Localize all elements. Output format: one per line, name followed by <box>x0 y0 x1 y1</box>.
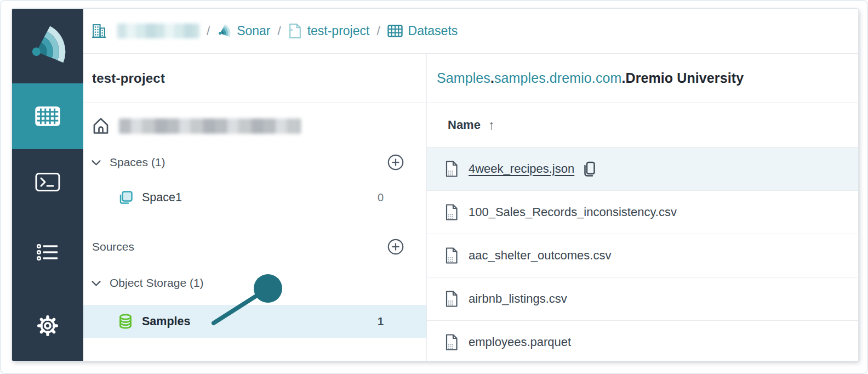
tree-section-sources[interactable]: Sources <box>83 231 426 262</box>
copy-icon <box>582 161 596 177</box>
screenshot-frame: / Sonar / test-project / <box>0 0 868 374</box>
path-part-folder: Dremio University <box>626 70 744 86</box>
space-icon <box>118 190 133 205</box>
dremio-app-window: / Sonar / test-project / <box>12 9 858 361</box>
sidebar-item-jobs[interactable] <box>12 233 83 272</box>
datasets-panel: Samples.samples.dremio.com.Dremio Univer… <box>427 54 858 361</box>
table-column-header-name[interactable]: Name ↑ <box>427 103 858 147</box>
resource-tree: Spaces (1) <box>83 103 426 338</box>
tree-item-home[interactable] <box>83 111 426 141</box>
tree-section-spaces[interactable]: Spaces (1) <box>83 147 426 178</box>
breadcrumb-datasets[interactable]: Datasets <box>387 24 458 38</box>
table-row[interactable]: airbnb_listings.csv <box>427 277 858 320</box>
sidebar-item-sql-runner[interactable] <box>12 162 83 202</box>
breadcrumb-separator: / <box>376 24 380 38</box>
datasets-grid-icon <box>387 25 403 37</box>
table-row[interactable]: 100_Sales_Records_inconsistency.csv <box>427 190 858 234</box>
file-icon <box>444 203 459 221</box>
breadcrumb-datasets-label: Datasets <box>408 24 458 38</box>
home-icon <box>92 116 110 136</box>
samples-label: Samples <box>142 315 190 328</box>
table-row[interactable]: aac_shelter_outcomes.csv <box>427 234 858 277</box>
project-title: test-project <box>92 71 165 86</box>
plus-circle-icon <box>387 238 404 256</box>
path-dot: . <box>490 70 494 86</box>
breadcrumb-project[interactable]: test-project <box>288 23 370 39</box>
organization-icon <box>92 23 106 39</box>
tree-section-object-storage[interactable]: Object Storage (1) <box>83 268 426 298</box>
tree-spacer <box>83 213 426 231</box>
home-path-redacted <box>119 118 301 134</box>
space1-count: 0 <box>378 191 384 204</box>
breadcrumb-separator: / <box>278 24 281 38</box>
breadcrumb-sonar[interactable]: Sonar <box>217 24 270 38</box>
name-column-label: Name <box>448 118 481 132</box>
path-dot: . <box>621 70 625 86</box>
project-tree-panel: test-project S <box>83 54 427 361</box>
database-icon <box>118 313 133 330</box>
object-storage-section-label: Object Storage (1) <box>110 276 204 290</box>
dataset-path-header: Samples.samples.dremio.com.Dremio Univer… <box>427 54 858 103</box>
sort-ascending-icon: ↑ <box>488 117 495 133</box>
copy-path-button[interactable] <box>582 161 596 177</box>
file-icon <box>444 290 459 308</box>
table-row[interactable]: employees.parquet <box>427 320 858 361</box>
add-space-button[interactable] <box>387 154 404 171</box>
datasets-grid-icon <box>35 106 60 126</box>
chevron-down-icon <box>92 280 101 286</box>
file-name[interactable]: 100_Sales_Records_inconsistency.csv <box>469 205 677 219</box>
space1-label: Space1 <box>142 191 182 205</box>
add-source-button[interactable] <box>387 238 404 256</box>
breadcrumb: / Sonar / test-project / <box>83 9 858 54</box>
file-name[interactable]: employees.parquet <box>469 335 571 349</box>
project-panel-header: test-project <box>83 54 426 103</box>
left-nav-rail <box>12 9 83 361</box>
tree-item-samples-selected[interactable]: Samples 1 <box>83 305 426 338</box>
spaces-section-label: Spaces (1) <box>110 156 165 169</box>
sidebar-item-datasets[interactable] <box>12 83 83 149</box>
path-part-samples[interactable]: Samples <box>437 70 490 86</box>
terminal-icon <box>35 172 60 192</box>
sonar-logo-icon <box>27 26 68 66</box>
chevron-down-icon <box>92 160 101 166</box>
sources-section-label: Sources <box>92 240 134 253</box>
breadcrumb-project-label: test-project <box>307 24 370 38</box>
file-name-link[interactable]: 4week_recipes.json <box>469 162 574 176</box>
dremio-logo[interactable] <box>12 9 83 83</box>
project-file-icon <box>288 23 302 39</box>
file-icon <box>444 333 459 351</box>
path-part-bucket[interactable]: samples.dremio.com <box>494 70 621 86</box>
file-icon <box>444 247 459 264</box>
gear-icon <box>37 315 59 337</box>
file-name[interactable]: aac_shelter_outcomes.csv <box>469 248 611 263</box>
samples-count: 1 <box>378 315 384 328</box>
org-name-redacted <box>117 24 199 38</box>
jobs-list-icon <box>36 243 59 262</box>
file-name[interactable]: airbnb_listings.csv <box>469 292 567 306</box>
sidebar-item-settings[interactable] <box>12 306 83 345</box>
main-area: / Sonar / test-project / <box>83 9 858 361</box>
table-row[interactable]: 4week_recipes.json <box>427 147 858 190</box>
breadcrumb-sonar-label: Sonar <box>237 24 270 38</box>
tree-item-space1[interactable]: Space1 0 <box>83 182 426 213</box>
plus-circle-icon <box>387 154 404 171</box>
sonar-icon <box>217 24 231 38</box>
file-icon <box>444 160 459 178</box>
dataset-path: Samples.samples.dremio.com.Dremio Univer… <box>437 70 744 86</box>
breadcrumb-org[interactable] <box>92 23 199 39</box>
breadcrumb-separator: / <box>207 24 210 38</box>
content-area: test-project S <box>83 54 858 361</box>
